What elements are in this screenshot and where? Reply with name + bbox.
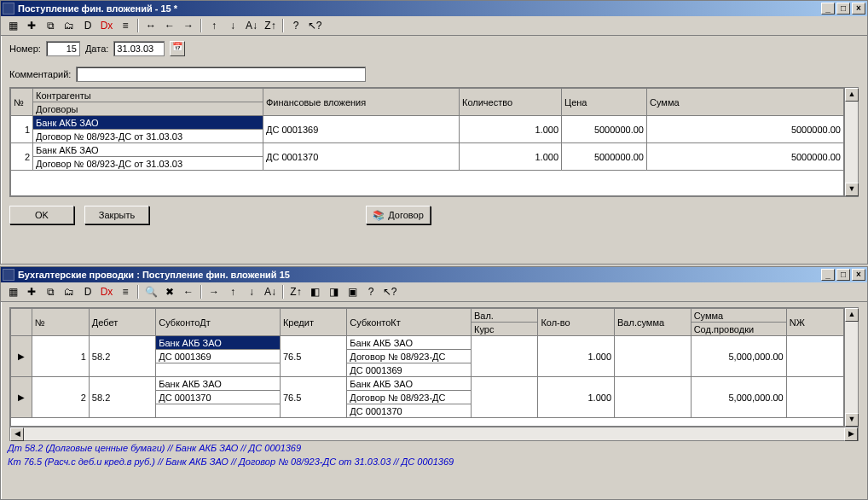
- maximize-btn[interactable]: □: [836, 3, 850, 15]
- down-icon[interactable]: ↓: [226, 19, 240, 32]
- sort-desc-icon[interactable]: Z↑: [263, 19, 277, 32]
- table-row[interactable]: 1Банк АКБ ЗАОДС 00013691.0005000000.0050…: [11, 116, 844, 130]
- table-header-row: № Контрагенты Финансовые вложения Количе…: [11, 89, 844, 102]
- arrow-help-icon[interactable]: ↖?: [383, 285, 396, 299]
- comment-input[interactable]: [76, 67, 366, 82]
- vscroll[interactable]: ▲ ▼: [844, 308, 858, 427]
- misc3-icon[interactable]: ▣: [345, 285, 359, 299]
- down-icon[interactable]: ↓: [245, 285, 258, 299]
- text-icon[interactable]: ≡: [119, 19, 132, 32]
- col-nj: NЖ: [786, 309, 843, 336]
- comment-label: Комментарий:: [9, 69, 71, 79]
- number-label: Номер:: [9, 44, 41, 54]
- table-receipt[interactable]: № Контрагенты Финансовые вложения Количе…: [10, 88, 844, 196]
- contract-button[interactable]: 📚 Договор: [366, 206, 431, 224]
- new-icon[interactable]: ✚: [25, 285, 38, 299]
- col-num: №: [11, 89, 33, 116]
- new-icon[interactable]: ✚: [25, 19, 38, 32]
- scroll-up-icon[interactable]: ▲: [845, 88, 859, 102]
- date-label: Дата:: [85, 44, 108, 54]
- number-input[interactable]: [46, 41, 80, 56]
- status-dt: Дт 58.2 (Долговые ценные бумаги) // Банк…: [1, 441, 867, 455]
- cards-icon[interactable]: 🗂: [62, 285, 76, 299]
- titlebar-text: Поступление фин. вложений - 15 *: [18, 3, 821, 14]
- up-icon[interactable]: ↑: [226, 285, 240, 299]
- doc-d-icon[interactable]: D: [81, 19, 95, 32]
- empty-space: [11, 171, 844, 196]
- left-icon[interactable]: ←: [182, 285, 195, 299]
- close-button[interactable]: Закрыть: [84, 206, 149, 224]
- cards-icon[interactable]: 🗂: [62, 19, 76, 32]
- scroll-left-icon[interactable]: ◀: [10, 427, 24, 441]
- col-party: Контрагенты: [33, 89, 263, 102]
- table-header-row: № Дебет СубконтоДт Кредит СубконтоКт Вал…: [11, 309, 844, 323]
- col-sum: Сумма: [691, 309, 786, 323]
- left-icon[interactable]: ←: [163, 19, 176, 32]
- maximize-btn[interactable]: □: [836, 269, 850, 281]
- copy-icon[interactable]: ⧉: [43, 19, 57, 32]
- titlebar-entries: Бухгалтерские проводки : Поступление фин…: [1, 267, 867, 282]
- find-icon[interactable]: 🔍: [144, 285, 158, 299]
- copy-icon[interactable]: ⧉: [43, 285, 57, 299]
- dx-red-icon[interactable]: Dx: [100, 285, 113, 299]
- date-input[interactable]: [113, 41, 165, 56]
- col-val: Вал.: [471, 309, 537, 323]
- scroll-down-icon[interactable]: ▼: [845, 183, 859, 196]
- close-btn[interactable]: ×: [852, 3, 865, 15]
- table-row[interactable]: ▶158.2Банк АКБ ЗАО76.5Банк АКБ ЗАО1.0005…: [11, 336, 844, 350]
- table-row[interactable]: 2Банк АКБ ЗАОДС 00013701.0005000000.0050…: [11, 143, 844, 157]
- col-subkt: СубконтоКт: [347, 309, 472, 336]
- col-contract: Договоры: [33, 102, 263, 116]
- sort-asc-icon[interactable]: A↓: [245, 19, 258, 32]
- col-fin: Финансовые вложения: [263, 89, 460, 116]
- col-desc: Сод.проводки: [691, 323, 786, 336]
- window-receipt: Поступление фин. вложений - 15 * _ □ × ▦…: [0, 0, 868, 265]
- toolbar-receipt: ▦✚⧉🗂DDx≡↔←→↑↓A↓Z↑?↖?: [1, 16, 867, 36]
- col-num: №: [32, 309, 89, 336]
- col-qty: Количество: [460, 89, 562, 116]
- col-credit: Кредит: [280, 309, 346, 336]
- hscroll[interactable]: ◀ ▶: [10, 427, 858, 440]
- cross-icon[interactable]: ✖: [163, 285, 176, 299]
- empty-space: [11, 418, 844, 427]
- toolbar-entries: ▦✚⧉🗂DDx≡🔍✖←→↑↓A↓Z↑◧◨▣?↖?: [1, 282, 867, 302]
- scroll-up-icon[interactable]: ▲: [845, 308, 859, 322]
- minimize-btn[interactable]: _: [821, 269, 835, 281]
- col-subdt: СубконтоДт: [156, 309, 281, 336]
- misc1-icon[interactable]: ◧: [308, 285, 321, 299]
- ok-button[interactable]: OK: [9, 206, 74, 224]
- doc-d-icon[interactable]: D: [81, 285, 95, 299]
- sort-desc-icon[interactable]: Z↑: [289, 285, 303, 299]
- status-kt: Кт 76.5 (Расч.с деб.и кред.в руб.) // Ба…: [1, 455, 867, 468]
- right-icon[interactable]: →: [207, 285, 221, 299]
- dx-red-icon[interactable]: Dx: [100, 19, 113, 32]
- help-icon[interactable]: ?: [364, 285, 378, 299]
- close-btn[interactable]: ×: [852, 269, 865, 281]
- col-kurs: Курс: [471, 323, 537, 336]
- titlebar-receipt: Поступление фин. вложений - 15 * _ □ ×: [1, 1, 867, 16]
- range-icon[interactable]: ↔: [144, 19, 158, 32]
- misc2-icon[interactable]: ◨: [327, 285, 340, 299]
- up-icon[interactable]: ↑: [207, 19, 221, 32]
- col-qty: Кол-во: [538, 309, 615, 336]
- arrow-help-icon[interactable]: ↖?: [308, 19, 321, 32]
- sort-asc-icon[interactable]: A↓: [263, 285, 277, 299]
- grid-entries: № Дебет СубконтоДт Кредит СубконтоКт Вал…: [9, 307, 859, 441]
- col-debit: Дебет: [89, 309, 155, 336]
- vscroll[interactable]: ▲ ▼: [844, 88, 858, 196]
- table-entries[interactable]: № Дебет СубконтоДт Кредит СубконтоКт Вал…: [10, 308, 844, 427]
- text-icon[interactable]: ≡: [119, 285, 132, 299]
- scroll-down-icon[interactable]: ▼: [845, 413, 859, 427]
- help-icon[interactable]: ?: [289, 19, 303, 32]
- titlebar-text: Бухгалтерские проводки : Поступление фин…: [18, 270, 821, 280]
- col-sum: Сумма: [647, 89, 844, 116]
- calendar-btn[interactable]: 📅: [170, 41, 185, 56]
- table-row[interactable]: ▶258.2Банк АКБ ЗАО76.5Банк АКБ ЗАО1.0005…: [11, 377, 844, 391]
- grid-receipt: № Контрагенты Финансовые вложения Количе…: [9, 87, 859, 197]
- grid-icon: [3, 269, 14, 281]
- scroll-right-icon[interactable]: ▶: [844, 427, 858, 441]
- right-icon[interactable]: →: [182, 19, 195, 32]
- grid-icon[interactable]: ▦: [6, 285, 20, 299]
- minimize-btn[interactable]: _: [821, 3, 835, 15]
- grid-icon[interactable]: ▦: [6, 19, 20, 32]
